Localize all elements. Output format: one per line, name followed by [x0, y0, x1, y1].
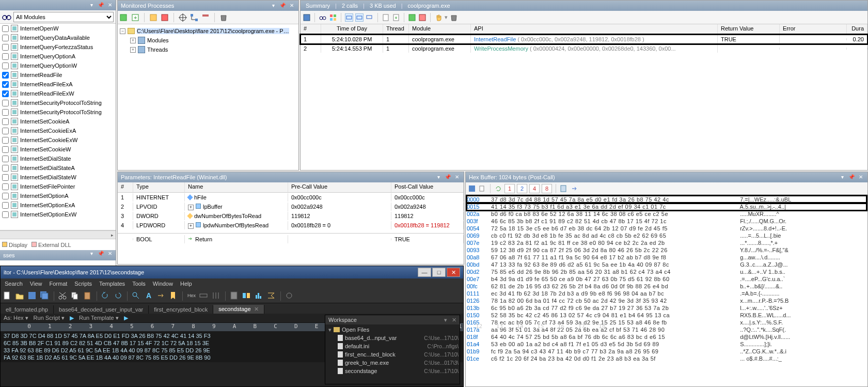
undo-icon[interactable]: [101, 291, 111, 301]
api-checkbox[interactable]: [2, 165, 9, 172]
col-num[interactable]: #: [301, 24, 321, 34]
col-pre[interactable]: Pre-Call Value: [288, 182, 391, 192]
close-icon[interactable]: ✕: [452, 317, 456, 323]
calc-icon[interactable]: [229, 291, 240, 301]
param-row[interactable]: 3DWORDdwNumberOfBytesToRead119812119812: [118, 211, 464, 221]
run-template-dropdown[interactable]: Run Template ▾: [79, 315, 119, 321]
api-item[interactable]: InternetSetCookieExW: [0, 135, 116, 145]
workspace-body[interactable]: ▾ Open Files base64_d...nput_varC:\Use..…: [325, 324, 460, 376]
dropdown-icon[interactable]: ▾: [88, 2, 95, 9]
workspace-titlebar[interactable]: Workspace ▾ ✕: [325, 315, 460, 324]
api-item[interactable]: InternetReadFileExW: [0, 89, 116, 98]
param-row[interactable]: 1HINTERNEThFile0x00cc000c0x00cc000c: [118, 193, 464, 202]
external-dll-toggle[interactable]: External DLL: [31, 242, 71, 248]
api-checkbox[interactable]: [2, 44, 9, 51]
pin-icon[interactable]: 📌: [97, 2, 104, 9]
hex-row[interactable]: 00e7 b4 3d 9a d1 d9 fe 65 50 ce a9 0b 47…: [467, 275, 866, 283]
api-checkbox[interactable]: [2, 156, 9, 162]
binoculars-icon[interactable]: [2, 12, 11, 22]
pin-icon[interactable]: 📌: [848, 174, 855, 181]
scrollbar-h[interactable]: ▸: [0, 230, 116, 239]
api-item[interactable]: InternetSetCookieExA: [0, 126, 116, 135]
hex-row[interactable]: 00a8 67 06 a8 7f 61 77 11 a1 f1 9a 5c 90…: [467, 254, 866, 261]
pin-icon[interactable]: 📌: [279, 2, 286, 9]
calls-count[interactable]: 2 calls: [342, 3, 358, 9]
api-item[interactable]: InternetSetOptionA: [0, 191, 116, 200]
settings-icon[interactable]: [285, 291, 295, 301]
api-checkbox[interactable]: [2, 183, 9, 190]
params-body[interactable]: 1HINTERNEThFile0x00cc000c0x00cc000c2LPVO…: [118, 193, 464, 230]
goto-icon[interactable]: [560, 184, 568, 193]
hex-row[interactable]: 013b 6c 95 b0 a6 2b 3a cd 77 d2 f9 c6 9e…: [467, 304, 866, 312]
run-script-dropdown[interactable]: Run Script ▾: [34, 315, 65, 321]
editor-tab[interactable]: ell_formated.php: [1, 305, 54, 314]
excel-x-icon[interactable]: [418, 13, 427, 22]
save-icon[interactable]: [27, 291, 38, 301]
link1-icon[interactable]: [345, 13, 353, 22]
hex-row[interactable]: 00d2 75 85 e5 dd 26 9e 8b 96 2b 85 aa 56…: [467, 268, 866, 275]
tree-item-modules[interactable]: + Modules: [120, 36, 296, 45]
cut-icon[interactable]: [58, 291, 68, 301]
col-post[interactable]: Post-Call Value: [391, 182, 464, 192]
doc-icon[interactable]: [382, 13, 390, 22]
paste-icon[interactable]: [83, 291, 93, 301]
saveall-icon[interactable]: [40, 291, 50, 301]
api-checkbox[interactable]: [2, 202, 9, 209]
api-item[interactable]: InternetQueryOptionW: [0, 61, 116, 70]
process-tree[interactable]: − C:\Users\Flare\Desktop\flare 2017\12\c…: [118, 24, 298, 56]
api-list[interactable]: InternetOpenWInternetQueryDataAvailableI…: [0, 24, 116, 230]
api-item[interactable]: InternetQueryDataAvailable: [0, 33, 116, 42]
api-item[interactable]: InternetSetDialState: [0, 154, 116, 163]
hex-row[interactable]: 00fc 62 81 de 2b 16 95 d3 62 26 5b 2f b4…: [467, 283, 866, 290]
api-checkbox[interactable]: [2, 100, 9, 106]
filter-icon[interactable]: [201, 13, 210, 22]
api-item[interactable]: InternetReadFileExA: [0, 80, 116, 89]
col-num[interactable]: #: [118, 182, 133, 192]
col-error[interactable]: Error: [780, 24, 847, 34]
add-icon[interactable]: +: [131, 13, 139, 22]
workspace-file[interactable]: greek_to_me.exeC:\Use...017\3\: [326, 359, 459, 367]
copy-icon[interactable]: [70, 291, 81, 301]
link3-icon[interactable]: [366, 13, 374, 22]
close-icon[interactable]: ✕: [288, 2, 295, 9]
histogram-icon[interactable]: [254, 291, 264, 301]
call-row[interactable]: 25:24:14.553 PM1coolprogram.exeWriteProc…: [301, 44, 867, 53]
link2-icon[interactable]: [355, 13, 364, 22]
api-item[interactable]: InternetSetFilePointer: [0, 182, 116, 191]
workspace-file[interactable]: secondstageC:\Use...17\10\: [326, 367, 459, 375]
hex-body[interactable]: 0000 37 d8 3d 7c d4 88 1d 57 45 7a 8a e5…: [466, 195, 867, 363]
col-name[interactable]: Name: [185, 182, 288, 192]
open-icon[interactable]: [15, 291, 25, 301]
col-thread[interactable]: Thread: [383, 24, 409, 34]
close-icon[interactable]: ✕: [857, 174, 864, 181]
hex-row[interactable]: 01a4 53 eb 00 a0 1a a2 bd c4 a8 f1 7f e1…: [467, 340, 866, 348]
expand-icon[interactable]: +: [130, 38, 136, 43]
dropdown-icon[interactable]: ▾: [444, 317, 447, 323]
display-toggle[interactable]: Display: [2, 242, 27, 248]
pin-icon[interactable]: 📌: [97, 250, 104, 257]
hex-row[interactable]: 0126 78 1a 82 00 6d ba 01 f4 cc 72 cb 50…: [467, 297, 866, 304]
api-checkbox[interactable]: [2, 211, 9, 218]
dropdown-icon[interactable]: ▾: [435, 174, 442, 181]
summary-tab[interactable]: Summary: [306, 3, 330, 9]
compare-icon[interactable]: [242, 291, 252, 301]
col-module[interactable]: Module: [409, 24, 471, 34]
api-checkbox[interactable]: [2, 193, 9, 199]
byte-4-button[interactable]: 4: [529, 184, 540, 193]
expand-icon[interactable]: +: [130, 47, 136, 53]
api-item[interactable]: InternetSetOptionExW: [0, 210, 116, 219]
close-icon[interactable]: ✕: [106, 250, 114, 257]
excel-icon[interactable]: [408, 13, 416, 22]
col-return[interactable]: Return Value: [718, 24, 780, 34]
api-checkbox[interactable]: [2, 72, 9, 79]
workspace-file[interactable]: first_enc...ted_blockC:\Use...17\10\: [326, 350, 459, 359]
replace-icon[interactable]: A: [144, 291, 154, 301]
menu-window[interactable]: Window: [153, 281, 173, 287]
menu-format[interactable]: Format: [50, 281, 68, 287]
hex-row[interactable]: 0093 59 12 38 d9 2f 90 ca 87 2f 25 06 3d…: [467, 246, 866, 254]
param-row[interactable]: 4LPDWORD+lpdwNumberOfBytesRead0x0018fb28…: [118, 221, 464, 230]
goto-icon[interactable]: [156, 291, 166, 301]
warn-icon[interactable]: [149, 13, 157, 22]
tree-item-threads[interactable]: + Threads: [120, 45, 296, 54]
editor-tab[interactable]: first_encrypted_block: [149, 305, 213, 314]
